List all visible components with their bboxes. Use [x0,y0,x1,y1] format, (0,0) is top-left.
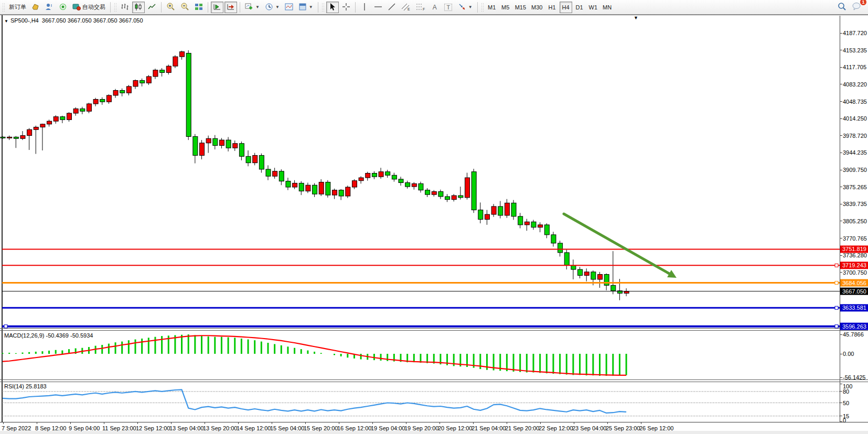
candle-body [471,172,476,210]
tile-windows-button[interactable] [192,2,205,13]
toolbar-separator [477,2,478,13]
zoom-out-button[interactable] [178,2,191,13]
one-click-expander-icon[interactable]: ▼ [4,19,8,24]
timeframe-h1-button[interactable]: H1 [546,2,559,13]
line-chart-button[interactable] [146,2,158,13]
candle-body [206,138,211,143]
candle [346,186,350,198]
autotrading-icon [72,3,81,12]
new-chart-button[interactable]: ▼ [243,2,262,13]
timeframe-h4-button[interactable]: H4 [560,2,572,13]
templates-button[interactable]: ▼ [296,2,315,13]
horizontal-line-tool-button[interactable] [372,2,384,13]
candlestick-chart-icon [134,3,143,12]
auto-scroll-button[interactable] [211,2,223,13]
candle-body [73,109,78,114]
candle-body [160,70,165,73]
text-tool-button[interactable]: A [428,2,441,13]
candlestick-chart-button[interactable] [132,2,145,13]
periods-button[interactable]: ▼ [263,2,282,13]
chart-area[interactable]: 4187.7204153.2354117.7054083.2204048.735… [0,0,868,434]
crosshair-icon [342,3,350,12]
price-axis-label: 3805.250 [843,218,867,224]
chart-shift-button[interactable] [224,2,237,13]
bar-chart-button[interactable] [119,2,131,13]
equidistant-channel-tool-button[interactable]: E [399,2,413,13]
toolbar-grip[interactable] [2,3,5,12]
new-chart-icon [245,3,253,12]
level-handle[interactable] [4,325,7,328]
indicators-button[interactable] [283,2,295,13]
cursor-tool-button[interactable] [326,2,339,13]
timeframe-m5-button[interactable]: M5 [499,2,512,13]
candle-body [266,169,271,176]
arrows-icon [458,3,466,12]
toolbar: 新订单 自动交易 ▼ ▼ ▼ E F A T ▼ M1 M5 M15 M30 H… [0,0,868,15]
zoom-in-button[interactable] [164,2,177,13]
cursor-icon [328,3,337,12]
accounts-button[interactable] [43,2,56,13]
new-order-button[interactable]: 新订单 [7,2,28,13]
level-handle[interactable] [835,306,838,309]
candle-body [405,182,410,187]
candle-body [531,222,536,227]
candle-body [524,222,529,225]
toolbar-grip[interactable] [481,3,484,12]
signals-button[interactable] [57,2,69,13]
search-button[interactable] [835,2,849,13]
timeframe-d1-button[interactable]: D1 [573,2,586,13]
candle-body [425,190,430,195]
time-axis-label: 9 Sep 04:00 [69,425,100,431]
level-handle[interactable] [835,281,838,285]
indicator-chart-icon [285,3,293,12]
macd-axis-label: 45.7866 [843,331,864,338]
time-axis-label: 15 Sep 04:00 [270,425,304,431]
level-handle[interactable] [835,264,838,267]
autotrading-button[interactable]: 自动交易 [70,2,108,13]
search-icon [838,2,846,12]
text-label-tool-button[interactable]: T [442,2,455,13]
vertical-line-tool-button[interactable] [358,2,371,13]
candle-body [551,235,556,243]
toolbar-grip[interactable] [114,3,117,12]
symbol-ohlc-label[interactable]: ▼SP500-,H4 3667.050 3667.050 3667.050 36… [4,17,143,24]
candle-body [505,203,509,215]
candle-body [259,155,264,169]
fibonacci-tool-button[interactable]: F [414,2,427,13]
rsi-axis-label: 50 [843,400,849,406]
candle-body [379,172,383,177]
candle-body [571,266,576,270]
price-tag-label: 3684.056 [842,280,866,286]
dropdown-caret-icon: ▼ [309,5,313,9]
arrows-tool-button[interactable]: ▼ [456,2,475,13]
macd-indicator-label: MACD(12,26,9) -50.4369 -50.5934 [4,332,93,339]
timeframe-m30-button[interactable]: M30 [529,2,544,13]
level-handle[interactable] [835,325,838,328]
candle-body [452,196,456,200]
timeframe-mn-button[interactable]: MN [601,2,614,13]
toolbar-grip[interactable] [322,3,325,12]
timeframe-m15-button[interactable]: M15 [513,2,528,13]
candle-body [518,216,523,225]
candle-body [333,190,337,195]
timeframe-w1-button[interactable]: W1 [587,2,600,13]
candle-body [372,173,377,177]
candle-body [558,243,563,253]
gold-terminal-button[interactable] [29,2,42,13]
zoom-in-icon [166,2,175,12]
candle-body [53,117,58,122]
time-axis-label: 14 Sep 12:00 [237,425,271,431]
candle-body [564,253,569,266]
chart-shift-marker-icon[interactable]: ▼ [634,15,638,20]
candle-body [491,207,496,214]
timeframe-m1-button[interactable]: M1 [486,2,498,13]
candle-body [253,155,258,162]
price-axis-label: 3909.750 [843,167,867,173]
time-axis-label: 7 Sep 2022 [2,425,31,431]
candle-body [352,181,357,187]
candle-body [173,57,178,66]
crosshair-tool-button[interactable] [340,2,352,13]
candle-body [511,203,516,216]
candle-body [233,144,238,148]
trendline-tool-button[interactable] [385,2,398,13]
